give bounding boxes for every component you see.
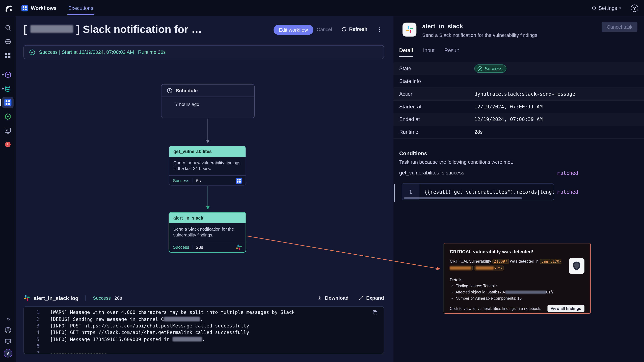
sidebar-app-green[interactable] (0, 110, 16, 123)
security-shield-tile (569, 258, 584, 274)
preview-text: CRITICAL vulnerability 213097 was detect… (450, 258, 569, 274)
task-status: Success (173, 178, 189, 183)
copy-log-button[interactable] (372, 310, 378, 317)
dql-app-icon (236, 177, 242, 184)
divider (86, 295, 86, 301)
execution-canvas: [] Slack notification for … Edit workflo… (16, 16, 394, 362)
node-alert-in-slack[interactable]: alert_in_slack Send a Slack notification… (169, 212, 246, 252)
sidebar-app-storage[interactable] (0, 82, 16, 95)
workflows-app-icon (4, 99, 12, 106)
log-line: 6 (24, 343, 384, 350)
preview-body: CRITICAL vulnerability 213097 was detect… (450, 258, 584, 274)
panel-scrollbar[interactable] (394, 184, 395, 202)
condition-code-block[interactable]: 1 {{result("get_vulnerabilites").records… (402, 184, 554, 200)
sidebar-app-kubernetes[interactable] (0, 68, 16, 82)
sidebar-app-alerts[interactable] (0, 137, 16, 151)
task-title: alert_in_slack (169, 213, 246, 223)
schedule-title: Schedule (176, 88, 198, 93)
row-action: Actiondynatrace.slack:slack-send-message (394, 88, 644, 100)
sidebar-expand[interactable]: » (0, 313, 16, 324)
sidebar-globe[interactable] (0, 34, 16, 48)
conditions-heading: Conditions (399, 150, 427, 156)
slack-icon (405, 25, 414, 34)
sidebar-apps[interactable] (0, 48, 16, 62)
vulnerability-id-chip: 213097 (492, 259, 509, 264)
expand-button[interactable]: Expand (358, 295, 384, 301)
tab-detail[interactable]: Detail (399, 48, 413, 57)
edit-workflow-button[interactable]: Edit workflow (274, 25, 313, 35)
sidebar-search[interactable] (0, 20, 16, 34)
cancel-task-button[interactable]: Cancel task (602, 22, 637, 32)
sidebar-reports[interactable] (0, 336, 16, 347)
log-title: alert_in_slack log (34, 295, 78, 301)
preview-title: CRITICAL vulnerability was detected! (450, 249, 584, 254)
topbar-right: ⚙ Settings ▾ ? (592, 4, 644, 12)
redacted-object-id (505, 291, 546, 294)
more-options-button[interactable]: ⋮ (377, 25, 383, 33)
log-duration: 28s (114, 296, 122, 300)
double-chevron-right-icon: » (6, 315, 9, 322)
sidebar-app-dashboards[interactable] (0, 123, 16, 137)
user-avatar[interactable]: V (0, 347, 16, 359)
redacted-object-id (450, 266, 471, 270)
sidebar-support[interactable] (0, 324, 16, 336)
matched-label: matched (557, 189, 578, 195)
node-schedule[interactable]: Schedule 7 hours ago (161, 84, 254, 118)
presentation-chart-icon (4, 338, 12, 345)
help-button[interactable]: ? (631, 4, 638, 12)
task-duration: 5s (196, 178, 201, 183)
top-bar: Workflows Executions ⚙ Settings ▾ ? (0, 0, 644, 16)
redacted-channel-id (164, 317, 200, 322)
details-label: Details: (450, 278, 584, 282)
copy-icon (372, 310, 378, 316)
bullet-affected-object: Affected object id: 8aafb170-61f7 (450, 289, 584, 295)
teal-database-icon (4, 85, 12, 92)
log-panel-header: alert_in_slack log Success 28s Download … (24, 292, 384, 304)
row-state-info: State info (394, 75, 644, 88)
refresh-button[interactable]: Refresh (341, 26, 368, 32)
status-badge: Success (474, 64, 507, 72)
divider (192, 245, 193, 250)
task-status: Success (173, 245, 189, 250)
tab-executions[interactable]: Executions (68, 1, 94, 15)
download-button[interactable]: Download (317, 295, 348, 301)
purple-cube-icon (4, 71, 12, 79)
horizontal-scrollbar[interactable] (404, 197, 522, 199)
log-actions: Download Expand (317, 295, 384, 301)
apps-grid-icon (4, 52, 11, 59)
slack-icon (24, 295, 30, 301)
slack-message-preview[interactable]: CRITICAL vulnerability was detected! CRI… (444, 243, 591, 314)
preview-bullets: Finding source: Tenable Affected object … (450, 283, 584, 302)
gear-icon: ⚙ (592, 5, 596, 11)
execution-status-banner: Success | Start at 12/19/2024, 07:00:02 … (24, 45, 384, 59)
sidebar-app-workflows-active[interactable] (0, 96, 16, 110)
dashboard-chart-icon (4, 127, 12, 134)
search-icon (4, 24, 12, 31)
task-link[interactable]: get_vulnerabilites (399, 170, 439, 176)
log-line: 4[INFO] GET https://slack.com/api/chat.g… (24, 329, 384, 336)
log-line: 7-------------------- (24, 350, 384, 354)
condition-row: get_vulnerabilites is success matched (399, 170, 637, 177)
download-icon (317, 295, 322, 301)
workflows-app-icon (21, 5, 28, 11)
log-output[interactable]: 1[WARN] Message with over 4,000 characte… (24, 306, 384, 354)
object-id-chip: 61f7 (474, 266, 504, 270)
workflows-app-home[interactable]: Workflows (21, 5, 57, 11)
preview-footer: Click to view all vulnerabilities findin… (450, 305, 584, 312)
panel-task-subtitle: Send a Slack notification for the vulner… (422, 32, 539, 38)
view-all-findings-button[interactable]: View all findings (548, 305, 584, 312)
green-hexagon-icon (4, 113, 12, 120)
detail-tabs: Detail Input Result (399, 48, 469, 57)
settings-menu[interactable]: ⚙ Settings ▾ (592, 5, 621, 11)
task-footer: Success 5s (169, 175, 246, 186)
node-get-vulnerabilites[interactable]: get_vulnerabilites Query for new vulnera… (169, 146, 246, 186)
row-state: State Success (394, 62, 644, 75)
log-line: 5[INFO] Message 1734591615.609009 posted… (24, 336, 384, 343)
redacted-channel-name (172, 337, 202, 342)
cancel-button[interactable]: Cancel (317, 27, 332, 32)
task-duration: 28s (196, 245, 203, 250)
log-status: Success (93, 296, 111, 300)
tab-result[interactable]: Result (444, 48, 459, 57)
shield-icon (572, 261, 582, 271)
tab-input[interactable]: Input (423, 48, 434, 57)
